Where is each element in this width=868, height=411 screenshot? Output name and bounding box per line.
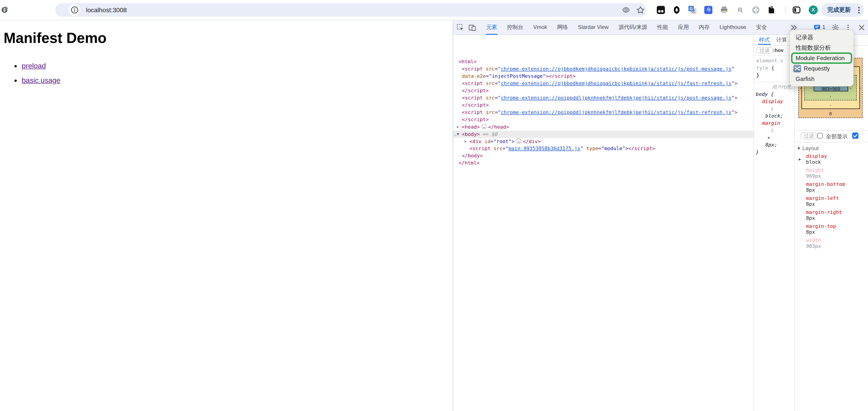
update-chrome-button[interactable]: 完成更新 xyxy=(822,3,864,17)
avatar[interactable]: X xyxy=(809,5,818,14)
page-content: Manifest Demo preloadbasic usage xyxy=(0,20,453,411)
user-agent-rule: 用户代理…body {display:block;margin:▶8px;} xyxy=(754,82,794,159)
dom-tree-row[interactable]: <html> xyxy=(453,58,753,66)
dom-tree-row[interactable]: </script> xyxy=(453,116,753,123)
devtools-tab-源代码/来源[interactable]: 源代码/来源 xyxy=(614,20,652,35)
dom-tree-row[interactable]: <script src="chrome-extension://ojbbodke… xyxy=(453,80,753,87)
dom-tree-row[interactable]: </html> xyxy=(453,160,753,167)
devtools-tab-网络[interactable]: 网络 xyxy=(552,20,573,35)
extensions-row: 文GR xyxy=(657,6,776,14)
dom-tree-row[interactable]: <script src="main.99353058b36d3175.js" t… xyxy=(453,145,753,152)
styles-sidebar: 样式计算 过滤 :hov element.style { } 用户代理…body… xyxy=(754,35,868,411)
computed-property-width[interactable]: width983px xyxy=(795,238,868,249)
dom-tree-row[interactable]: <script src="chrome-extension://ojbbodke… xyxy=(453,66,753,73)
menu-item-记录器[interactable]: 记录器 xyxy=(790,32,854,42)
devtools-more-tabs-menu: 记录器性能数据分析Module FederationRequestlyGarfi… xyxy=(790,30,854,86)
dom-tree-row[interactable]: ▶ <head>…</head> xyxy=(453,123,753,131)
url-text[interactable]: localhost:3008 xyxy=(86,6,127,13)
styles-filter-input[interactable]: 过滤 xyxy=(756,47,773,54)
computed-property-margin-left[interactable]: margin-left8px xyxy=(795,195,868,207)
dom-tree: <html><script src="chrome-extension://oj… xyxy=(453,35,754,411)
dom-tree-row[interactable]: ▶ <div id="root">…</div> xyxy=(453,138,753,145)
devtools-tab-内存[interactable]: 内存 xyxy=(694,20,715,35)
menu-item-Requestly[interactable]: Requestly xyxy=(790,63,854,74)
page-link[interactable]: basic usage xyxy=(22,76,60,84)
devtools-tab-Lighthouse[interactable]: Lighthouse xyxy=(715,20,751,35)
computed-filter-input[interactable]: 过滤 xyxy=(800,132,817,139)
computed-property-margin-top[interactable]: margin-top8px xyxy=(795,223,868,235)
computed-property-margin-right[interactable]: margin-right8px xyxy=(795,209,868,221)
devtools-tab-控制台[interactable]: 控制台 xyxy=(502,20,528,35)
sidebar-tab-样式[interactable]: 样式 xyxy=(759,35,770,45)
site-info-icon[interactable] xyxy=(70,6,79,14)
dom-tree-row[interactable]: data-e2e="injectPostMessage"></script> xyxy=(453,73,753,80)
issues-count[interactable]: 1 xyxy=(822,24,825,30)
devtools-tab-元素[interactable]: 元素 xyxy=(481,20,502,35)
padding-bottom-value: - xyxy=(828,94,833,99)
pseudo-state-button[interactable]: :hov xyxy=(773,48,783,53)
translate-extension-icon[interactable]: 文G xyxy=(688,6,696,14)
address-bar[interactable]: localhost:3008 xyxy=(55,3,646,17)
sidebar-tab-计算[interactable]: 计算 xyxy=(776,35,787,45)
devtools-tab-Vmok[interactable]: Vmok xyxy=(528,20,552,35)
menu-item-性能数据分析[interactable]: 性能数据分析 xyxy=(790,42,854,53)
layout-section-header[interactable]: ▼Layout xyxy=(797,145,819,152)
computed-pane: 983×969 - - - - - - 8 过滤 全部显示 xyxy=(795,46,868,411)
devtools-tab-Slardar View[interactable]: Slardar View xyxy=(573,20,614,35)
domino-extension-icon[interactable] xyxy=(657,6,665,14)
r-extension-icon[interactable]: R xyxy=(736,6,744,14)
reload-icon[interactable] xyxy=(0,5,9,14)
devtools-tab-安全[interactable]: 安全 xyxy=(751,20,772,35)
toolbar-separator xyxy=(785,6,786,14)
clover-extension-icon[interactable] xyxy=(752,6,760,14)
devtools-tab-应用[interactable]: 应用 xyxy=(673,20,694,35)
inspect-element-icon[interactable] xyxy=(457,24,464,31)
issues-icon[interactable] xyxy=(814,24,820,30)
list-item: preload xyxy=(22,62,453,70)
page-title: Manifest Demo xyxy=(4,30,453,46)
dom-tree-row[interactable]: </body> xyxy=(453,152,753,160)
clipboard-extension-icon[interactable] xyxy=(768,6,776,14)
page-links: preloadbasic usage xyxy=(0,62,453,85)
computed-property-margin-bottom[interactable]: margin-bottom8px xyxy=(795,181,868,193)
devtools-tab-性能[interactable]: 性能 xyxy=(652,20,673,35)
list-item: basic usage xyxy=(22,76,453,85)
styles-pane: 过滤 :hov element.style { } 用户代理…body {dis… xyxy=(754,46,795,411)
page-link[interactable]: preload xyxy=(22,62,46,70)
devtools-tabs: 元素控制台Vmok网络Slardar View源代码/来源性能应用内存Light… xyxy=(481,20,772,35)
computed-property-display[interactable]: ▶displayblock xyxy=(795,153,868,165)
margin-bottom-value: 8 xyxy=(828,111,833,116)
oval-extension-icon[interactable] xyxy=(673,6,681,14)
dom-tree-row-selected[interactable]: …▼ <body> == $0 xyxy=(453,131,753,138)
browser-toolbar: localhost:3008 文GR X 完成更新 xyxy=(0,0,868,20)
svg-text:G: G xyxy=(689,6,693,11)
update-button-label: 完成更新 xyxy=(827,6,851,13)
dom-tree-row[interactable]: <script src="chrome-extension://poippddl… xyxy=(453,109,753,116)
element-style-rule[interactable]: element.style { } xyxy=(754,56,794,82)
menu-item-Garfish[interactable]: Garfish xyxy=(790,74,854,84)
dom-tree-row[interactable]: <script src="chrome-extension://poippddl… xyxy=(453,95,753,102)
browser-window: localhost:3008 文GR X 完成更新 Manifest Demo … xyxy=(0,0,868,411)
show-all-checkbox[interactable] xyxy=(817,133,823,138)
shuffle-icon xyxy=(794,65,801,72)
browser-menu-dots-icon[interactable] xyxy=(858,7,860,13)
border-bottom-value: - xyxy=(828,103,833,107)
dom-tree-row[interactable]: </script> xyxy=(453,87,753,95)
computed-properties: ▶displayblockheight969pxmargin-bottom8px… xyxy=(795,153,868,251)
separator xyxy=(795,142,868,143)
show-all-label[interactable]: 全部显示 xyxy=(826,133,848,140)
close-devtools-icon[interactable] xyxy=(858,24,865,31)
margin-right-value: - xyxy=(858,86,863,90)
stripes-extension-icon[interactable] xyxy=(704,6,712,14)
device-toolbar-icon[interactable] xyxy=(469,24,476,31)
sidebar-toggle-icon[interactable] xyxy=(793,6,801,14)
group-checkbox[interactable] xyxy=(852,132,859,139)
menu-item-Module Federation[interactable]: Module Federation xyxy=(790,53,854,63)
print-extension-icon[interactable] xyxy=(720,6,728,14)
bookmark-star-icon[interactable] xyxy=(637,6,645,14)
preview-eye-icon[interactable] xyxy=(622,6,630,14)
dom-tree-row[interactable]: </script> xyxy=(453,102,753,109)
computed-filter-row: 过滤 全部显示 xyxy=(795,131,868,142)
computed-property-height[interactable]: height969px xyxy=(795,167,868,179)
